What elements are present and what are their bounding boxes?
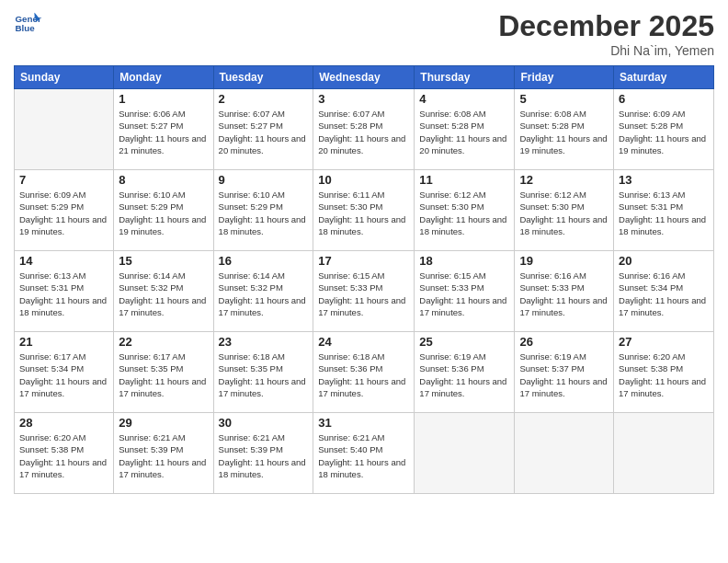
day-info: Sunrise: 6:19 AMSunset: 5:37 PMDaylight:… <box>519 350 609 399</box>
day-info: Sunrise: 6:16 AMSunset: 5:34 PMDaylight:… <box>619 270 709 318</box>
calendar-week-row: 21Sunrise: 6:17 AMSunset: 5:34 PMDayligh… <box>15 332 714 413</box>
day-number: 18 <box>419 254 509 268</box>
day-number: 23 <box>219 335 309 349</box>
day-info: Sunrise: 6:18 AMSunset: 5:36 PMDaylight:… <box>318 350 409 399</box>
day-info: Sunrise: 6:12 AMSunset: 5:30 PMDaylight:… <box>519 189 609 237</box>
calendar-cell: 10Sunrise: 6:11 AMSunset: 5:30 PMDayligh… <box>313 170 415 251</box>
logo-icon: General Blue <box>14 9 41 37</box>
calendar-cell: 6Sunrise: 6:09 AMSunset: 5:28 PMDaylight… <box>614 89 714 170</box>
calendar-cell: 23Sunrise: 6:18 AMSunset: 5:35 PMDayligh… <box>213 332 313 413</box>
calendar-cell: 15Sunrise: 6:14 AMSunset: 5:32 PMDayligh… <box>114 251 213 332</box>
day-number: 10 <box>318 173 409 187</box>
calendar-cell: 31Sunrise: 6:21 AMSunset: 5:40 PMDayligh… <box>313 413 415 494</box>
calendar-cell <box>15 89 114 170</box>
location-subtitle: Dhi Na`im, Yemen <box>498 43 714 58</box>
calendar-cell <box>515 413 614 494</box>
day-info: Sunrise: 6:13 AMSunset: 5:31 PMDaylight:… <box>619 189 709 237</box>
day-info: Sunrise: 6:21 AMSunset: 5:39 PMDaylight:… <box>119 431 208 480</box>
day-number: 14 <box>19 254 108 268</box>
col-sunday: Sunday <box>15 66 114 89</box>
day-info: Sunrise: 6:12 AMSunset: 5:30 PMDaylight:… <box>419 189 509 237</box>
day-info: Sunrise: 6:17 AMSunset: 5:34 PMDaylight:… <box>19 350 108 399</box>
calendar-week-row: 14Sunrise: 6:13 AMSunset: 5:31 PMDayligh… <box>15 251 714 332</box>
day-info: Sunrise: 6:21 AMSunset: 5:40 PMDaylight:… <box>318 431 409 480</box>
calendar-cell: 20Sunrise: 6:16 AMSunset: 5:34 PMDayligh… <box>614 251 714 332</box>
calendar-cell: 4Sunrise: 6:08 AMSunset: 5:28 PMDaylight… <box>415 89 515 170</box>
calendar-cell: 7Sunrise: 6:09 AMSunset: 5:29 PMDaylight… <box>15 170 114 251</box>
day-number: 20 <box>619 254 709 268</box>
day-number: 16 <box>219 254 309 268</box>
day-number: 31 <box>318 416 409 430</box>
calendar-cell: 21Sunrise: 6:17 AMSunset: 5:34 PMDayligh… <box>15 332 114 413</box>
day-number: 24 <box>318 335 409 349</box>
col-wednesday: Wednesday <box>313 66 415 89</box>
page-header: General Blue December 2025 Dhi Na`im, Ye… <box>14 9 714 58</box>
day-number: 29 <box>119 416 208 430</box>
month-title: December 2025 <box>498 9 714 43</box>
calendar-week-row: 28Sunrise: 6:20 AMSunset: 5:38 PMDayligh… <box>15 413 714 494</box>
calendar-cell: 1Sunrise: 6:06 AMSunset: 5:27 PMDaylight… <box>114 89 213 170</box>
day-info: Sunrise: 6:15 AMSunset: 5:33 PMDaylight:… <box>419 270 509 318</box>
day-info: Sunrise: 6:21 AMSunset: 5:39 PMDaylight:… <box>219 431 309 480</box>
day-number: 2 <box>219 92 309 106</box>
calendar-cell: 3Sunrise: 6:07 AMSunset: 5:28 PMDaylight… <box>313 89 415 170</box>
day-number: 30 <box>219 416 309 430</box>
day-number: 19 <box>519 254 609 268</box>
day-info: Sunrise: 6:20 AMSunset: 5:38 PMDaylight:… <box>19 431 108 480</box>
calendar-cell: 8Sunrise: 6:10 AMSunset: 5:29 PMDaylight… <box>114 170 213 251</box>
day-number: 21 <box>19 335 108 349</box>
calendar-cell: 24Sunrise: 6:18 AMSunset: 5:36 PMDayligh… <box>313 332 415 413</box>
day-info: Sunrise: 6:13 AMSunset: 5:31 PMDaylight:… <box>19 270 108 318</box>
day-info: Sunrise: 6:18 AMSunset: 5:35 PMDaylight:… <box>219 350 309 399</box>
day-info: Sunrise: 6:09 AMSunset: 5:28 PMDaylight:… <box>619 108 709 156</box>
calendar-cell: 9Sunrise: 6:10 AMSunset: 5:29 PMDaylight… <box>213 170 313 251</box>
calendar-cell: 22Sunrise: 6:17 AMSunset: 5:35 PMDayligh… <box>114 332 213 413</box>
day-info: Sunrise: 6:14 AMSunset: 5:32 PMDaylight:… <box>219 270 309 318</box>
day-number: 11 <box>419 173 509 187</box>
day-number: 6 <box>619 92 709 106</box>
day-info: Sunrise: 6:10 AMSunset: 5:29 PMDaylight:… <box>119 189 208 237</box>
calendar-cell: 2Sunrise: 6:07 AMSunset: 5:27 PMDaylight… <box>213 89 313 170</box>
calendar-cell: 19Sunrise: 6:16 AMSunset: 5:33 PMDayligh… <box>515 251 614 332</box>
calendar-cell: 12Sunrise: 6:12 AMSunset: 5:30 PMDayligh… <box>515 170 614 251</box>
day-number: 28 <box>19 416 108 430</box>
col-monday: Monday <box>114 66 213 89</box>
calendar-cell: 27Sunrise: 6:20 AMSunset: 5:38 PMDayligh… <box>614 332 714 413</box>
day-number: 4 <box>419 92 509 106</box>
calendar-table: Sunday Monday Tuesday Wednesday Thursday… <box>14 65 714 494</box>
calendar-cell: 25Sunrise: 6:19 AMSunset: 5:36 PMDayligh… <box>415 332 515 413</box>
day-number: 22 <box>119 335 208 349</box>
col-friday: Friday <box>515 66 614 89</box>
day-info: Sunrise: 6:11 AMSunset: 5:30 PMDaylight:… <box>318 189 409 237</box>
day-info: Sunrise: 6:08 AMSunset: 5:28 PMDaylight:… <box>419 108 509 156</box>
day-info: Sunrise: 6:16 AMSunset: 5:33 PMDaylight:… <box>519 270 609 318</box>
calendar-cell: 13Sunrise: 6:13 AMSunset: 5:31 PMDayligh… <box>614 170 714 251</box>
svg-text:Blue: Blue <box>16 23 36 33</box>
day-number: 26 <box>519 335 609 349</box>
day-info: Sunrise: 6:19 AMSunset: 5:36 PMDaylight:… <box>419 350 509 399</box>
col-tuesday: Tuesday <box>213 66 313 89</box>
calendar-header-row: Sunday Monday Tuesday Wednesday Thursday… <box>15 66 714 89</box>
calendar-week-row: 7Sunrise: 6:09 AMSunset: 5:29 PMDaylight… <box>15 170 714 251</box>
calendar-week-row: 1Sunrise: 6:06 AMSunset: 5:27 PMDaylight… <box>15 89 714 170</box>
day-info: Sunrise: 6:07 AMSunset: 5:28 PMDaylight:… <box>318 108 409 156</box>
day-number: 1 <box>119 92 208 106</box>
calendar-cell: 16Sunrise: 6:14 AMSunset: 5:32 PMDayligh… <box>213 251 313 332</box>
day-number: 13 <box>619 173 709 187</box>
day-info: Sunrise: 6:14 AMSunset: 5:32 PMDaylight:… <box>119 270 208 318</box>
day-info: Sunrise: 6:10 AMSunset: 5:29 PMDaylight:… <box>219 189 309 237</box>
day-number: 25 <box>419 335 509 349</box>
calendar-cell: 14Sunrise: 6:13 AMSunset: 5:31 PMDayligh… <box>15 251 114 332</box>
day-info: Sunrise: 6:15 AMSunset: 5:33 PMDaylight:… <box>318 270 409 318</box>
calendar-cell: 26Sunrise: 6:19 AMSunset: 5:37 PMDayligh… <box>515 332 614 413</box>
logo: General Blue <box>14 9 41 37</box>
calendar-cell: 29Sunrise: 6:21 AMSunset: 5:39 PMDayligh… <box>114 413 213 494</box>
day-info: Sunrise: 6:07 AMSunset: 5:27 PMDaylight:… <box>219 108 309 156</box>
calendar-cell: 18Sunrise: 6:15 AMSunset: 5:33 PMDayligh… <box>415 251 515 332</box>
calendar-cell: 5Sunrise: 6:08 AMSunset: 5:28 PMDaylight… <box>515 89 614 170</box>
day-number: 9 <box>219 173 309 187</box>
day-number: 15 <box>119 254 208 268</box>
day-info: Sunrise: 6:08 AMSunset: 5:28 PMDaylight:… <box>519 108 609 156</box>
day-number: 8 <box>119 173 208 187</box>
day-info: Sunrise: 6:09 AMSunset: 5:29 PMDaylight:… <box>19 189 108 237</box>
